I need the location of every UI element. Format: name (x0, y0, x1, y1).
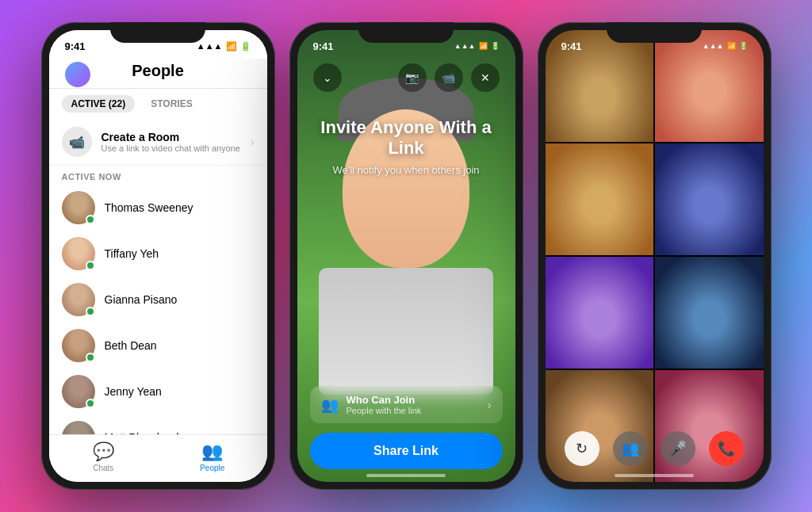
online-indicator (86, 399, 95, 408)
nav-chats[interactable]: 💬 Chats (49, 441, 159, 472)
signal-icon: ▲▲▲ (454, 42, 476, 50)
room-title: Create a Room (102, 131, 241, 143)
nav-people[interactable]: 👥 People (158, 441, 267, 472)
people-list: Thomas Sweeney Tiffany Yeh Gianna Pisano (49, 185, 267, 434)
status-time-1: 9:41 (65, 40, 86, 52)
page-title: People (65, 62, 251, 80)
status-bar-3: 9:41 ▲▲▲ 📶 🔋 (546, 30, 764, 59)
people-header: People (49, 59, 267, 89)
phone-2-screen: 9:41 ▲▲▲ 📶 🔋 ⌄ 📷 (297, 30, 515, 482)
who-can-join-subtitle: People with the link (347, 406, 480, 415)
list-item[interactable]: Gianna Pisano (49, 277, 267, 323)
user-avatar (65, 62, 90, 87)
online-indicator (86, 215, 95, 224)
end-call-button[interactable]: 📞 (709, 431, 744, 466)
tab-active[interactable]: ACTIVE (22) (62, 95, 136, 113)
battery-icon: 🔋 (240, 41, 251, 52)
nav-chats-label: Chats (93, 464, 113, 472)
person-name: Beth Dean (105, 339, 157, 352)
person-name: Tiffany Yeh (105, 247, 159, 260)
list-item[interactable]: Matt Blanchard (49, 415, 267, 434)
signal-icon: ▲▲▲ (703, 42, 724, 50)
room-subtitle: Use a link to video chat with anyone (102, 143, 241, 153)
tab-stories[interactable]: STORIES (141, 95, 201, 113)
group-icon: 👥 (321, 396, 339, 414)
video-controls-bottom: ↻ 👥 🎤 📞 (546, 423, 764, 482)
video-cell-6 (655, 257, 764, 369)
who-can-join-text: Who Can Join People with the link (347, 394, 480, 415)
phone-1-screen: 9:41 ▲▲▲ 📶 🔋 People ACTIVE (22) STORIES … (49, 30, 267, 482)
avatar (62, 329, 95, 362)
invite-subtitle: We'll notify you when others join (313, 164, 500, 176)
flip-icon: ↻ (576, 440, 588, 457)
video-cell-3 (546, 143, 654, 255)
phone-3: 9:41 ▲▲▲ 📶 🔋 (538, 22, 772, 490)
bottom-nav: 💬 Chats 👥 People (49, 434, 267, 482)
avatar (62, 191, 95, 224)
video-controls-top: ⌄ 📷 📹 ✕ (297, 63, 515, 92)
tabs-row: ACTIVE (22) STORIES (49, 89, 267, 119)
active-now-label: ACTIVE NOW (49, 166, 267, 185)
control-buttons: 📷 📹 ✕ (398, 63, 500, 92)
video-cell-5 (546, 257, 654, 369)
group-video-button[interactable]: 👥 (613, 431, 648, 466)
person-name: Gianna Pisano (105, 293, 178, 306)
video-cell-4 (655, 143, 764, 255)
phone-1: 9:41 ▲▲▲ 📶 🔋 People ACTIVE (22) STORIES … (41, 22, 275, 490)
status-bar-2: 9:41 ▲▲▲ 📶 🔋 (297, 30, 515, 59)
bottom-overlay: 👥 Who Can Join People with the link › Sh… (297, 373, 515, 482)
video-toggle-button[interactable]: 📹 (435, 63, 463, 92)
chevron-down-icon: ⌄ (323, 71, 332, 84)
avatar (62, 375, 95, 408)
home-indicator (366, 474, 446, 477)
close-button[interactable]: ✕ (471, 63, 500, 92)
people-screen: People ACTIVE (22) STORIES 📹 Create a Ro… (49, 59, 267, 482)
people-icon: 👥 (201, 441, 223, 462)
camera-flip-button[interactable]: 📷 (398, 63, 427, 92)
camera-icon: 📷 (405, 71, 419, 84)
phone-2: 9:41 ▲▲▲ 📶 🔋 ⌄ 📷 (289, 22, 523, 490)
list-item[interactable]: Thomas Sweeney (49, 185, 267, 231)
status-icons-1: ▲▲▲ 📶 🔋 (197, 41, 251, 52)
chevron-right-icon: › (251, 136, 255, 148)
end-call-icon: 📞 (718, 440, 735, 457)
battery-icon: 🔋 (739, 42, 748, 50)
online-indicator (86, 307, 95, 316)
battery-icon: 🔋 (491, 42, 500, 50)
online-indicator (86, 353, 95, 362)
back-button[interactable]: ⌄ (313, 63, 342, 92)
list-item[interactable]: Tiffany Yeh (49, 231, 267, 277)
status-icons-3: ▲▲▲ 📶 🔋 (703, 42, 748, 50)
mic-icon: 🎤 (669, 440, 687, 457)
wifi-icon: 📶 (727, 42, 736, 50)
nav-people-label: People (200, 464, 224, 472)
wifi-icon: 📶 (226, 41, 237, 52)
video-grid (546, 30, 764, 482)
chat-icon: 💬 (93, 441, 114, 462)
avatar (62, 283, 95, 316)
who-can-join-row[interactable]: 👥 Who Can Join People with the link › (310, 386, 503, 423)
room-text: Create a Room Use a link to video chat w… (102, 131, 241, 153)
close-icon: ✕ (481, 71, 490, 84)
share-link-button[interactable]: Share Link (310, 433, 503, 469)
invite-title: Invite Anyone With a Link (313, 117, 500, 159)
avatar (62, 421, 95, 434)
notch-1 (110, 22, 205, 43)
invite-overlay: Invite Anyone With a Link We'll notify y… (297, 101, 515, 192)
room-icon: 📹 (62, 127, 92, 157)
status-time-2: 9:41 (313, 40, 334, 52)
list-item[interactable]: Jenny Yean (49, 369, 267, 415)
online-indicator (86, 261, 95, 270)
phone-3-screen: 9:41 ▲▲▲ 📶 🔋 (546, 30, 764, 482)
wifi-icon: 📶 (479, 42, 488, 50)
create-room-item[interactable]: 📹 Create a Room Use a link to video chat… (49, 119, 267, 166)
group-icon: 👥 (622, 440, 639, 457)
status-icons-2: ▲▲▲ 📶 🔋 (454, 42, 500, 50)
person-name: Thomas Sweeney (105, 201, 193, 214)
signal-icon: ▲▲▲ (197, 41, 223, 51)
flip-camera-button[interactable]: ↻ (565, 431, 599, 466)
list-item[interactable]: Beth Dean (49, 323, 267, 369)
chevron-right-icon: › (488, 399, 492, 411)
status-time-3: 9:41 (561, 40, 582, 52)
mute-button[interactable]: 🎤 (661, 431, 695, 466)
